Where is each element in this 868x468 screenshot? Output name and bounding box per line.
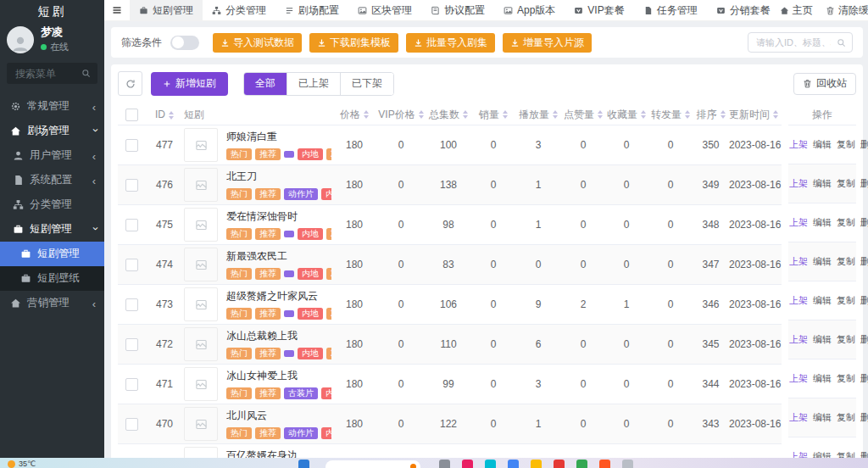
sort-icon[interactable] <box>419 110 424 119</box>
recycle-bin-button[interactable]: 回收站 <box>793 73 856 95</box>
edit-link[interactable]: 编辑 <box>813 255 832 268</box>
navbar-tab[interactable]: 区块管理 <box>348 0 421 20</box>
taskbar-app-icon[interactable] <box>439 460 450 468</box>
delete-link[interactable]: 删除 <box>860 138 868 151</box>
navbar-tab[interactable]: 剧场配置 <box>275 0 348 20</box>
column-header[interactable]: 转发量 <box>648 104 693 125</box>
sidebar-item[interactable]: 常规管理 <box>0 94 104 119</box>
copy-link[interactable]: 复制 <box>837 138 855 151</box>
column-header[interactable]: 销量 <box>472 104 515 125</box>
row-checkbox[interactable] <box>125 418 138 431</box>
sidebar-item[interactable]: 用户管理 <box>0 143 104 168</box>
navbar-tab[interactable]: VIP套餐 <box>565 0 633 20</box>
column-header[interactable]: 收藏量 <box>604 104 648 125</box>
sort-icon[interactable] <box>773 110 778 119</box>
copy-link[interactable]: 复制 <box>837 294 855 307</box>
sidebar-item[interactable]: 短剧壁纸 <box>0 266 104 291</box>
filter-toggle[interactable] <box>170 36 199 50</box>
row-checkbox[interactable] <box>125 298 138 311</box>
table-search[interactable] <box>748 32 853 53</box>
delete-link[interactable]: 删除 <box>860 411 868 424</box>
publish-link[interactable]: 上架 <box>789 450 808 458</box>
navbar-tab[interactable]: 协议配置 <box>421 0 494 20</box>
copy-link[interactable]: 复制 <box>837 255 855 268</box>
sort-icon[interactable] <box>463 110 468 119</box>
import-button[interactable]: 增量导入片源 <box>503 33 592 53</box>
column-header[interactable]: 点赞量 <box>562 104 604 125</box>
edit-link[interactable]: 编辑 <box>813 333 832 346</box>
row-checkbox[interactable] <box>125 139 138 152</box>
sidebar-item[interactable]: 系统配置 <box>0 168 104 192</box>
add-drama-button[interactable]: 新增短剧 <box>151 72 228 96</box>
sort-icon[interactable] <box>598 110 603 119</box>
taskbar-app-icon[interactable] <box>485 460 496 468</box>
column-header[interactable]: 总集数 <box>425 104 472 125</box>
edit-link[interactable]: 编辑 <box>813 216 832 229</box>
select-all-checkbox[interactable] <box>125 109 138 121</box>
copy-link[interactable]: 复制 <box>837 411 855 424</box>
publish-link[interactable]: 上架 <box>789 138 808 151</box>
row-checkbox[interactable] <box>125 179 138 192</box>
sort-icon[interactable] <box>503 110 508 119</box>
sort-icon[interactable] <box>553 110 558 119</box>
taskbar-app-icon[interactable] <box>622 460 633 468</box>
sidebar-item[interactable]: 营销管理 <box>0 291 104 315</box>
status-tab[interactable]: 已上架 <box>287 73 340 95</box>
taskbar-app-icon[interactable] <box>576 460 587 468</box>
sidebar-item[interactable]: 短剧管理 <box>0 242 104 266</box>
navbar-tab[interactable]: 任务管理 <box>634 0 707 20</box>
copy-link[interactable]: 复制 <box>837 216 855 229</box>
import-button[interactable]: 导入测试数据 <box>213 33 302 53</box>
taskbar-weather[interactable]: 35℃ <box>8 460 36 468</box>
taskbar-search[interactable] <box>326 460 420 468</box>
navbar-tab[interactable]: 分类管理 <box>203 0 275 20</box>
publish-link[interactable]: 上架 <box>789 255 808 268</box>
publish-link[interactable]: 上架 <box>789 177 808 190</box>
row-checkbox[interactable] <box>125 378 138 391</box>
taskbar-app-icon[interactable] <box>599 460 610 468</box>
row-checkbox[interactable] <box>125 259 138 271</box>
column-header[interactable]: 播放量 <box>515 104 562 125</box>
column-header[interactable]: 短剧 <box>184 104 331 125</box>
column-header[interactable]: 排序 <box>693 104 729 125</box>
sort-icon[interactable] <box>685 110 690 119</box>
sidebar-user[interactable]: 梦凌 在线 <box>0 22 104 59</box>
sidebar-search[interactable] <box>7 63 97 84</box>
delete-link[interactable]: 删除 <box>860 294 868 307</box>
sidebar-item[interactable]: 剧场管理 <box>0 119 104 143</box>
navbar-tab[interactable]: 分销套餐 <box>707 0 780 20</box>
taskbar-app-icon[interactable] <box>531 460 542 468</box>
delete-link[interactable]: 删除 <box>860 255 868 268</box>
edit-link[interactable]: 编辑 <box>813 138 832 151</box>
edit-link[interactable]: 编辑 <box>813 411 832 424</box>
row-checkbox[interactable] <box>125 219 138 231</box>
column-header[interactable]: ID <box>145 104 184 125</box>
edit-link[interactable]: 编辑 <box>813 294 832 307</box>
sidebar-item[interactable]: 分类管理 <box>0 192 104 217</box>
sort-icon[interactable] <box>721 110 726 119</box>
hamburger-button[interactable] <box>104 5 130 15</box>
navbar-tab[interactable]: 短剧管理 <box>130 0 203 20</box>
status-tab[interactable]: 全部 <box>244 73 287 95</box>
navbar-tab[interactable]: App版本 <box>494 0 565 20</box>
column-header[interactable]: 价格 <box>331 104 377 125</box>
sort-icon[interactable] <box>169 111 174 120</box>
copy-link[interactable]: 复制 <box>837 333 855 346</box>
delete-link[interactable]: 删除 <box>860 177 868 190</box>
taskbar-app-icon[interactable] <box>508 460 519 468</box>
table-search-input[interactable] <box>754 36 832 48</box>
clear-cache-button[interactable]: 清除缓存 <box>826 3 868 18</box>
status-tab[interactable]: 已下架 <box>340 73 393 95</box>
import-button[interactable]: 批量导入剧集 <box>406 33 495 53</box>
column-header[interactable]: VIP价格 <box>377 104 425 125</box>
sort-icon[interactable] <box>364 110 369 119</box>
delete-link[interactable]: 删除 <box>860 216 868 229</box>
import-button[interactable]: 下载剧集模板 <box>309 33 398 53</box>
edit-link[interactable]: 编辑 <box>813 450 832 458</box>
home-button[interactable]: 主页 <box>780 3 813 18</box>
publish-link[interactable]: 上架 <box>789 372 808 385</box>
sidebar-item[interactable]: 短剧管理 <box>0 217 104 242</box>
edit-link[interactable]: 编辑 <box>813 177 832 190</box>
edit-link[interactable]: 编辑 <box>813 372 832 385</box>
delete-link[interactable]: 删除 <box>860 372 868 385</box>
